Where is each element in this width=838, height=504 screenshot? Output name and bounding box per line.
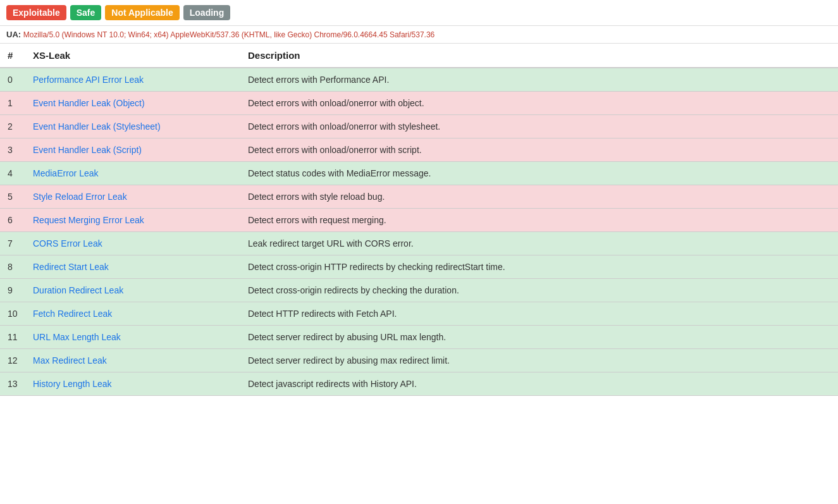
leak-name-link[interactable]: Performance API Error Leak <box>33 75 144 85</box>
row-number: 4 <box>0 162 25 185</box>
row-description: Detect cross-origin HTTP redirects by ch… <box>240 255 838 279</box>
row-name-cell: Max Redirect Leak <box>25 349 240 372</box>
row-number: 3 <box>0 138 25 162</box>
table-row: 11URL Max Length LeakDetect server redir… <box>0 326 838 349</box>
table-row: 2Event Handler Leak (Stylesheet)Detect e… <box>0 115 838 138</box>
row-name-cell: Performance API Error Leak <box>25 68 240 92</box>
table-row: 12Max Redirect LeakDetect server redirec… <box>0 349 838 372</box>
leak-name-link[interactable]: History Length Leak <box>33 379 112 389</box>
table-row: 13History Length LeakDetect javascript r… <box>0 372 838 396</box>
leak-name-link[interactable]: MediaError Leak <box>33 168 99 178</box>
row-name-cell: CORS Error Leak <box>25 232 240 255</box>
row-number: 10 <box>0 302 25 326</box>
row-description: Detect server redirect by abusing max re… <box>240 349 838 372</box>
table-row: 9Duration Redirect LeakDetect cross-orig… <box>0 279 838 302</box>
leak-name-link[interactable]: URL Max Length Leak <box>33 332 121 342</box>
row-description: Detect errors with onload/onerror with s… <box>240 138 838 162</box>
ua-value: Mozilla/5.0 (Windows NT 10.0; Win64; x64… <box>23 30 435 39</box>
row-name-cell: MediaError Leak <box>25 162 240 185</box>
badge-not-applicable: Not Applicable <box>105 5 180 20</box>
badge-exploitable: Exploitable <box>6 5 66 20</box>
badge-loading: Loading <box>183 5 230 20</box>
row-description: Detect errors with style reload bug. <box>240 185 838 209</box>
row-name-cell: Duration Redirect Leak <box>25 279 240 302</box>
row-description: Detect status codes with MediaError mess… <box>240 162 838 185</box>
row-number: 5 <box>0 185 25 209</box>
leak-name-link[interactable]: Fetch Redirect Leak <box>33 309 112 319</box>
row-number: 2 <box>0 115 25 138</box>
header-bar: ExploitableSafeNot ApplicableLoading <box>0 0 838 26</box>
row-name-cell: Request Merging Error Leak <box>25 209 240 232</box>
table-row: 7CORS Error LeakLeak redirect target URL… <box>0 232 838 255</box>
xs-leak-table: # XS-Leak Description 0Performance API E… <box>0 44 838 396</box>
row-number: 13 <box>0 372 25 396</box>
leak-name-link[interactable]: CORS Error Leak <box>33 238 102 249</box>
leak-name-link[interactable]: Redirect Start Leak <box>33 262 109 272</box>
table-row: 3Event Handler Leak (Script)Detect error… <box>0 138 838 162</box>
row-name-cell: History Length Leak <box>25 372 240 396</box>
row-name-cell: Fetch Redirect Leak <box>25 302 240 326</box>
row-description: Detect errors with onload/onerror with s… <box>240 115 838 138</box>
row-description: Detect errors with Performance API. <box>240 68 838 92</box>
leak-name-link[interactable]: Event Handler Leak (Stylesheet) <box>33 121 161 132</box>
row-name-cell: URL Max Length Leak <box>25 326 240 349</box>
row-description: Detect server redirect by abusing URL ma… <box>240 326 838 349</box>
row-number: 9 <box>0 279 25 302</box>
table-row: 0Performance API Error LeakDetect errors… <box>0 68 838 92</box>
table-body: 0Performance API Error LeakDetect errors… <box>0 68 838 396</box>
leak-name-link[interactable]: Event Handler Leak (Script) <box>33 145 142 155</box>
table-row: 6Request Merging Error LeakDetect errors… <box>0 209 838 232</box>
table-row: 1Event Handler Leak (Object)Detect error… <box>0 92 838 115</box>
row-number: 1 <box>0 92 25 115</box>
leak-name-link[interactable]: Max Redirect Leak <box>33 355 107 366</box>
row-number: 7 <box>0 232 25 255</box>
table-row: 8Redirect Start LeakDetect cross-origin … <box>0 255 838 279</box>
table-row: 4MediaError LeakDetect status codes with… <box>0 162 838 185</box>
col-num: # <box>0 44 25 68</box>
leak-name-link[interactable]: Event Handler Leak (Object) <box>33 98 145 108</box>
row-description: Detect javascript redirects with History… <box>240 372 838 396</box>
table-header: # XS-Leak Description <box>0 44 838 68</box>
row-name-cell: Event Handler Leak (Object) <box>25 92 240 115</box>
row-description: Detect errors with onload/onerror with o… <box>240 92 838 115</box>
col-description: Description <box>240 44 838 68</box>
table-row: 5Style Reload Error LeakDetect errors wi… <box>0 185 838 209</box>
leak-name-link[interactable]: Request Merging Error Leak <box>33 215 144 225</box>
leak-name-link[interactable]: Style Reload Error Leak <box>33 192 127 202</box>
row-number: 12 <box>0 349 25 372</box>
row-name-cell: Event Handler Leak (Stylesheet) <box>25 115 240 138</box>
badge-safe: Safe <box>70 5 102 20</box>
row-name-cell: Style Reload Error Leak <box>25 185 240 209</box>
row-name-cell: Redirect Start Leak <box>25 255 240 279</box>
row-description: Leak redirect target URL with CORS error… <box>240 232 838 255</box>
leak-name-link[interactable]: Duration Redirect Leak <box>33 285 123 295</box>
row-description: Detect HTTP redirects with Fetch API. <box>240 302 838 326</box>
row-number: 6 <box>0 209 25 232</box>
row-number: 0 <box>0 68 25 92</box>
ua-bar: UA: Mozilla/5.0 (Windows NT 10.0; Win64;… <box>0 26 838 44</box>
row-description: Detect errors with request merging. <box>240 209 838 232</box>
row-description: Detect cross-origin redirects by checkin… <box>240 279 838 302</box>
row-number: 8 <box>0 255 25 279</box>
col-xs-leak: XS-Leak <box>25 44 240 68</box>
ua-label: UA: <box>6 30 21 39</box>
row-name-cell: Event Handler Leak (Script) <box>25 138 240 162</box>
row-number: 11 <box>0 326 25 349</box>
table-row: 10Fetch Redirect LeakDetect HTTP redirec… <box>0 302 838 326</box>
